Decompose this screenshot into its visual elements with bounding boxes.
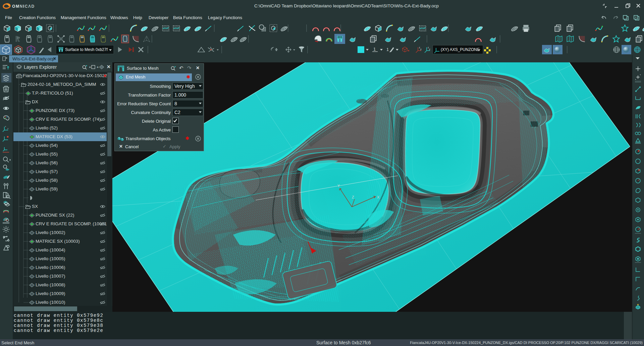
svg-text:y: y [420, 48, 422, 51]
svg-text:y: y [7, 127, 8, 129]
svg-text:1: 1 [373, 47, 376, 52]
svg-text:z: z [5, 125, 6, 127]
svg-text:Z: Z [352, 195, 354, 199]
svg-text:(XY) AXS_PUNZONE: (XY) AXS_PUNZONE [441, 47, 480, 52]
svg-text:y: y [429, 48, 430, 51]
svg-text:1: 1 [386, 47, 389, 52]
svg-text:X: X [377, 195, 380, 199]
svg-text:+: + [89, 65, 91, 69]
svg-text:+: + [97, 65, 99, 69]
svg-text:Y: Y [337, 184, 340, 188]
svg-text:Surface to Mesh 0xb27f: Surface to Mesh 0xb27f [65, 47, 108, 52]
